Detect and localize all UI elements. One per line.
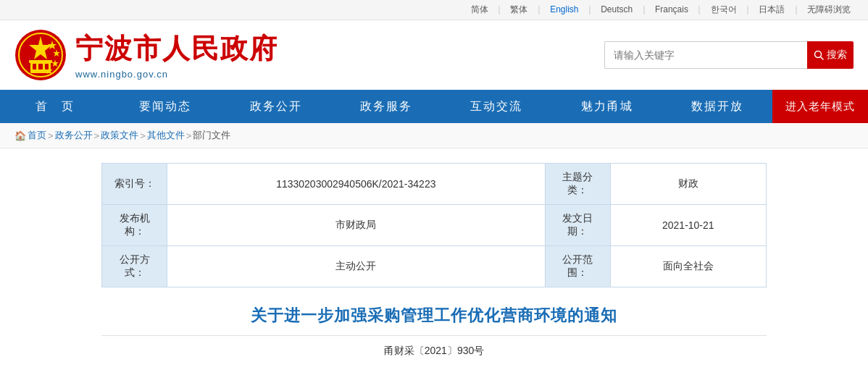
bc-sep2: > — [94, 130, 100, 141]
article-title: 关于进一步加强采购管理工作优化营商环境的通知 — [101, 305, 767, 336]
value-publisher: 市财政局 — [167, 205, 546, 246]
logo-area: 宁波市人民政府 www.ningbo.gov.cn — [14, 29, 278, 81]
nav-news[interactable]: 要闻动态 — [110, 90, 220, 123]
value-index: 11330203002940506K/2021-34223 — [167, 164, 546, 205]
value-date: 2021-10-21 — [610, 205, 766, 246]
nav-data[interactable]: 数据开放 — [662, 90, 772, 123]
site-title[interactable]: 宁波市人民政府 — [75, 30, 278, 67]
header: 宁波市人民政府 www.ningbo.gov.cn 搜索 — [0, 20, 868, 90]
table-row: 发布机构： 市财政局 发文日期： 2021-10-21 — [102, 205, 767, 246]
lang-de[interactable]: Deutsch — [601, 4, 633, 14]
document-info-table: 索引号： 11330203002940506K/2021-34223 主题分类：… — [101, 163, 767, 287]
search-btn-label: 搜索 — [827, 49, 847, 62]
document-number: 甬财采〔2021〕930号 — [101, 345, 767, 358]
svg-line-13 — [821, 57, 824, 60]
table-row: 公开方式： 主动公开 公开范围： 面向全社会 — [102, 246, 767, 287]
nav-gov-open[interactable]: 政务公开 — [221, 90, 331, 123]
label-subject: 主题分类： — [545, 164, 610, 205]
breadcrumb-level1[interactable]: 政务公开 — [55, 129, 93, 142]
table-row: 索引号： 11330203002940506K/2021-34223 主题分类：… — [102, 164, 767, 205]
breadcrumb: 🏠 首页 > 政务公开 > 政策文件 > 其他文件 > 部门文件 — [0, 123, 868, 148]
value-open-scope: 面向全社会 — [610, 246, 766, 287]
lang-jt[interactable]: 简体 — [471, 4, 488, 14]
svg-rect-9 — [38, 64, 43, 70]
breadcrumb-level3[interactable]: 其他文件 — [147, 129, 185, 142]
nav-home[interactable]: 首 页 — [0, 90, 110, 123]
breadcrumb-level2[interactable]: 政策文件 — [101, 129, 138, 142]
home-icon: 🏠 — [14, 130, 26, 141]
nav-charm[interactable]: 魅力甬城 — [551, 90, 662, 123]
search-button[interactable]: 搜索 — [807, 41, 854, 69]
site-url: www.ningbo.gov.cn — [75, 69, 278, 80]
navbar: 首 页 要闻动态 政务公开 政务服务 互动交流 魅力甬城 数据开放 进入老年模式 — [0, 90, 868, 123]
lang-en[interactable]: English — [550, 4, 578, 14]
search-icon — [814, 50, 824, 60]
lang-jp[interactable]: 日本語 — [759, 4, 785, 14]
sep1: ｜ — [495, 4, 504, 14]
sep2: ｜ — [535, 4, 543, 14]
svg-rect-10 — [45, 64, 49, 70]
content-area: 索引号： 11330203002940506K/2021-34223 主题分类：… — [0, 148, 868, 372]
government-emblem — [14, 29, 67, 81]
sep7: ｜ — [792, 4, 801, 14]
bc-sep1: > — [48, 130, 54, 141]
lang-ft[interactable]: 繁体 — [510, 4, 527, 14]
svg-rect-8 — [33, 64, 36, 70]
search-input[interactable] — [604, 41, 807, 69]
label-publisher: 发布机构： — [102, 205, 167, 246]
sep3: ｜ — [585, 4, 594, 14]
search-area: 搜索 — [604, 41, 854, 69]
breadcrumb-home[interactable]: 首页 — [28, 129, 46, 142]
bc-sep3: > — [140, 130, 146, 141]
nav-interaction[interactable]: 互动交流 — [441, 90, 551, 123]
language-bar: 简体 ｜ 繁体 ｜ English ｜ Deutsch ｜ Français ｜… — [0, 0, 868, 20]
svg-rect-11 — [29, 60, 52, 63]
sep5: ｜ — [695, 4, 704, 14]
bc-sep4: > — [186, 130, 192, 141]
logo-text: 宁波市人民政府 www.ningbo.gov.cn — [75, 30, 278, 80]
label-open-method: 公开方式： — [102, 246, 167, 287]
label-open-scope: 公开范围： — [545, 246, 610, 287]
label-date: 发文日期： — [545, 205, 610, 246]
lang-accessible[interactable]: 无障碍浏览 — [807, 4, 851, 14]
lang-ko[interactable]: 한국어 — [711, 4, 737, 14]
lang-fr[interactable]: Français — [655, 4, 688, 14]
value-subject: 财政 — [610, 164, 766, 205]
sep6: ｜ — [743, 4, 752, 14]
value-open-method: 主动公开 — [167, 246, 546, 287]
breadcrumb-level4: 部门文件 — [193, 129, 230, 142]
label-index: 索引号： — [102, 164, 167, 205]
elder-mode-button[interactable]: 进入老年模式 — [772, 90, 868, 123]
sep4: ｜ — [640, 4, 648, 14]
nav-gov-service[interactable]: 政务服务 — [331, 90, 441, 123]
